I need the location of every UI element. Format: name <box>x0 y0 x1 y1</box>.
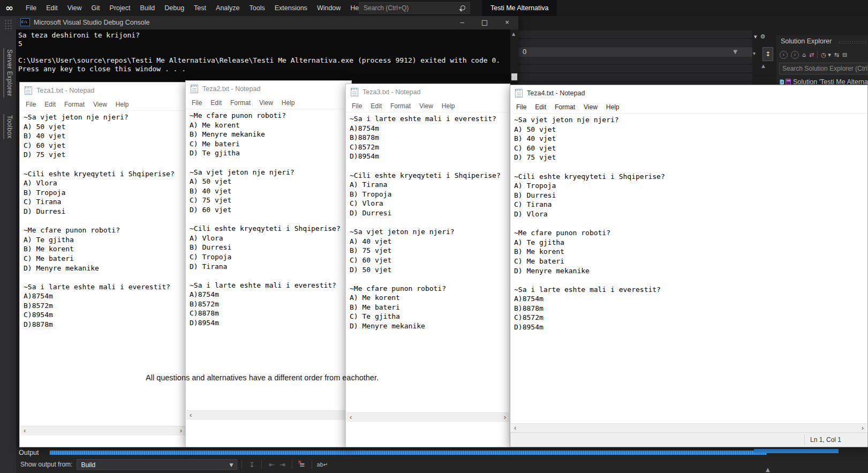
solution-explorer-search-input[interactable]: Search Solution Explorer (Ctrl+;) <box>779 63 868 74</box>
menu-item[interactable]: Git <box>87 0 105 16</box>
menu-item[interactable]: Help <box>111 101 133 108</box>
menu-item[interactable]: View <box>415 102 437 110</box>
pending-changes-filter-icon[interactable]: ◷ ▾ <box>821 51 831 58</box>
menu-item[interactable]: File <box>187 99 206 107</box>
notepad-titlebar[interactable]: Teza4.txt - Notepad <box>510 85 867 101</box>
toolbar-separator <box>312 460 312 469</box>
notepad-menu-bar: FileEditFormatViewHelp <box>186 97 351 109</box>
previous-message-icon[interactable]: ⇤ <box>266 461 277 469</box>
notepad-content[interactable]: ~Me cfare punon roboti? A) Me korent B) … <box>186 109 351 328</box>
pane-dropdown-icon[interactable]: ▾ <box>754 33 760 40</box>
panel-header-accent-bar <box>50 451 767 455</box>
scrollbar-thumb[interactable] <box>511 73 517 80</box>
collapse-all-icon[interactable]: ⊟ <box>842 51 847 58</box>
scroll-up-icon[interactable]: ▲ <box>512 32 515 36</box>
toolbar-separator <box>261 460 262 469</box>
sidebar-tab-server-explorer[interactable]: Server Explorer <box>3 48 14 97</box>
notepad-titlebar[interactable]: Teza2.txt - Notepad <box>186 81 351 97</box>
notepad-titlebar[interactable]: Teza3.txt - Notepad <box>346 84 510 100</box>
notepad-content[interactable]: ~Sa i larte eshte mali i everestit? A)87… <box>346 112 510 331</box>
menu-item[interactable]: File <box>512 103 531 111</box>
clear-all-icon[interactable]: ≡✕ <box>297 461 307 469</box>
menu-item[interactable]: Edit <box>41 0 63 16</box>
menu-item[interactable]: Debug <box>160 0 189 16</box>
scroll-right-icon[interactable]: › <box>862 424 864 432</box>
console-output[interactable]: Sa teza deshironi te krijoni? 5 C:\Users… <box>15 29 510 81</box>
menu-item[interactable]: Test <box>189 0 211 16</box>
output-panel-title[interactable]: Output <box>19 449 39 456</box>
chevron-down-icon[interactable]: ▼ <box>733 47 737 57</box>
scroll-up-icon[interactable]: ▲ <box>766 467 770 472</box>
notepad-icon <box>351 88 358 96</box>
console-icon: C:\ <box>20 18 30 26</box>
output-source-dropdown[interactable]: Build ▼ <box>77 459 237 470</box>
quick-search-box[interactable]: Search (Ctrl+Q) <box>359 2 470 14</box>
notepad-title: Teza1.txt - Notepad <box>36 87 94 94</box>
panel-title: Solution Explorer <box>781 37 832 45</box>
notepad-icon <box>25 86 32 95</box>
notepad-menu-bar: FileEditFormatViewHelp <box>346 100 510 112</box>
annotation-text: All questions and alternatives have a di… <box>146 373 379 382</box>
toolbar-separator <box>241 460 242 469</box>
find-message-icon[interactable]: ↧ <box>246 461 257 469</box>
menu-item[interactable]: Help <box>277 99 299 107</box>
sync-active-document-icon[interactable]: ⇄ <box>809 51 814 58</box>
menu-item[interactable]: Edit <box>206 99 226 107</box>
menu-item[interactable]: File <box>21 0 41 16</box>
scroll-left-icon[interactable]: ‹ <box>350 413 352 422</box>
notepad-content[interactable]: ~Sa vjet jeton nje njeri? A) 50 vjet B) … <box>20 111 186 329</box>
horizontal-scrollbar[interactable]: ‹ › <box>186 410 351 420</box>
menu-item[interactable]: Window <box>312 0 345 16</box>
sidebar-tab-toolbox[interactable]: Toolbox <box>3 114 14 139</box>
scroll-left-icon[interactable]: ‹ <box>190 411 192 419</box>
horizontal-scrollbar[interactable]: ‹ › <box>20 426 185 436</box>
notepad-content[interactable]: ~Sa vjet jeton nje njeri? A) 50 vjet B) … <box>510 114 867 332</box>
home-icon[interactable]: ⌂ <box>802 51 806 58</box>
menu-item[interactable]: Format <box>386 102 415 110</box>
console-titlebar[interactable]: C:\ Microsoft Visual Studio Debug Consol… <box>15 15 518 29</box>
scroll-left-icon[interactable]: ‹ <box>24 426 26 435</box>
minimize-button[interactable]: – <box>451 15 473 29</box>
menu-item[interactable]: File <box>348 102 366 110</box>
editor-selected-row[interactable]: 0 ▼ <box>518 47 752 57</box>
scroll-left-icon[interactable]: ‹ <box>514 424 516 432</box>
menu-item[interactable]: Tools <box>245 0 270 16</box>
word-wrap-icon[interactable]: ab↵ <box>316 462 327 468</box>
scroll-right-icon[interactable]: › <box>180 426 182 435</box>
menu-item[interactable]: Build <box>135 0 160 16</box>
menu-item[interactable]: Help <box>602 103 624 111</box>
editor-stray-value: 0 <box>523 47 526 57</box>
maximize-button[interactable]: □ <box>473 15 496 29</box>
scroll-up-icon[interactable]: ▲ <box>761 63 765 69</box>
menu-item[interactable]: Analyze <box>211 0 244 16</box>
notepad-titlebar[interactable]: Teza1.txt - Notepad <box>20 82 186 99</box>
menu-item[interactable]: Help <box>437 102 459 110</box>
menu-item[interactable]: View <box>255 99 277 107</box>
notepad-window-teza4: Teza4.txt - Notepad FileEditFormatViewHe… <box>510 85 868 447</box>
menu-item[interactable]: Extensions <box>270 0 312 16</box>
menu-item[interactable]: Format <box>550 103 579 111</box>
menu-item[interactable]: Project <box>105 0 135 16</box>
gear-icon[interactable]: ⚙ <box>760 33 769 40</box>
menu-item[interactable]: Edit <box>366 102 386 110</box>
menu-item[interactable]: View <box>579 103 602 111</box>
scroll-right-icon[interactable]: › <box>504 413 506 422</box>
lock-icon <box>780 79 783 85</box>
menu-item[interactable]: Edit <box>40 101 60 108</box>
combo-chevron-icon[interactable]: ▾ <box>753 50 756 56</box>
menu-item[interactable]: File <box>21 101 40 108</box>
close-button[interactable]: × <box>496 15 518 29</box>
menu-item[interactable]: Format <box>226 99 255 107</box>
splitter-icon[interactable]: ↕ <box>763 47 773 61</box>
refresh-icon[interactable]: ⇆ <box>834 51 839 58</box>
menu-item[interactable]: View <box>89 101 111 108</box>
back-button[interactable]: ‹ <box>780 51 788 59</box>
menu-item[interactable]: View <box>63 0 87 16</box>
menu-item[interactable]: Edit <box>531 103 550 111</box>
console-scrollbar[interactable]: ▲ <box>510 29 518 81</box>
horizontal-scrollbar[interactable]: ‹ › <box>511 423 867 433</box>
horizontal-scrollbar[interactable]: ‹ › <box>346 412 509 422</box>
forward-button[interactable]: › <box>791 51 799 59</box>
next-message-icon[interactable]: ⇥ <box>277 461 288 469</box>
menu-item[interactable]: Format <box>60 101 89 108</box>
